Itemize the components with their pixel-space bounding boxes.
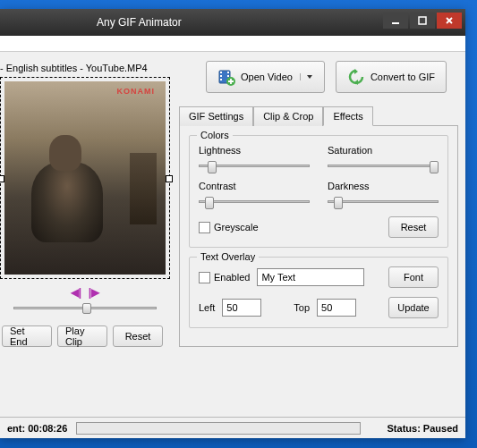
video-preview: KONAMI	[4, 81, 166, 275]
status-text: Status: Paused	[388, 423, 458, 434]
clip-position-slider[interactable]	[13, 300, 157, 317]
status-bar: ent: 00:08:26 Status: Paused	[0, 417, 465, 438]
overlay-text-input[interactable]	[257, 268, 364, 286]
clip-marker-out-icon[interactable]: |▶	[87, 286, 101, 299]
lightness-label: Lightness	[199, 145, 310, 156]
clip-marker-in-icon[interactable]: ◀|	[69, 286, 83, 299]
app-window: Any GIF Animator - English subtitles - Y…	[0, 9, 465, 438]
open-video-button[interactable]: Open Video	[206, 61, 325, 93]
svg-rect-4	[220, 75, 222, 77]
saturation-label: Saturation	[328, 145, 439, 156]
text-overlay-group: Text Overlay Enabled Font Left	[189, 257, 448, 328]
reset-colors-button[interactable]: Reset	[388, 216, 439, 238]
open-video-dropdown-arrow[interactable]	[300, 73, 313, 80]
greyscale-checkbox[interactable]: Greyscale	[199, 222, 259, 233]
svg-rect-5	[220, 79, 222, 80]
play-clip-button[interactable]: Play Clip	[57, 325, 107, 347]
contrast-slider[interactable]	[199, 193, 310, 211]
window-controls	[383, 13, 462, 29]
lightness-slider[interactable]	[199, 157, 310, 175]
darkness-label: Darkness	[328, 181, 439, 191]
open-video-label: Open Video	[241, 72, 293, 82]
set-end-button[interactable]: Set End	[2, 325, 52, 347]
overlay-top-input[interactable]	[317, 299, 356, 317]
tab-gif-settings[interactable]: GIF Settings	[179, 106, 253, 126]
svg-rect-7	[227, 75, 229, 77]
overlay-left-label: Left	[199, 302, 215, 313]
colors-group: Colors Lightness Saturation	[189, 135, 448, 248]
overlay-enabled-checkbox[interactable]: Enabled	[199, 272, 250, 283]
convert-to-gif-button[interactable]: Convert to GIF	[336, 61, 447, 93]
overlay-enabled-label: Enabled	[214, 272, 250, 283]
reset-clip-button[interactable]: Reset	[113, 325, 163, 347]
refresh-icon	[347, 68, 365, 86]
minimize-button[interactable]	[383, 13, 408, 29]
greyscale-label: Greyscale	[214, 222, 259, 232]
menu-bar	[0, 36, 465, 52]
svg-rect-0	[392, 22, 399, 24]
svg-rect-1	[419, 17, 426, 24]
colors-group-title: Colors	[197, 130, 233, 140]
film-add-icon	[217, 68, 235, 86]
saturation-slider[interactable]	[328, 157, 439, 175]
maximize-button[interactable]	[410, 13, 435, 29]
font-button[interactable]: Font	[388, 266, 439, 288]
tab-bar: GIF Settings Clip & Crop Effects	[179, 106, 458, 126]
tab-clip-crop[interactable]: Clip & Crop	[253, 106, 323, 126]
file-name-label: - English subtitles - YouTube.MP4	[0, 61, 170, 77]
text-overlay-group-title: Text Overlay	[197, 251, 259, 262]
status-time: ent: 00:08:26	[7, 423, 67, 434]
tab-effects[interactable]: Effects	[323, 106, 372, 126]
convert-label: Convert to GIF	[371, 72, 435, 82]
effects-panel: Colors Lightness Saturation	[179, 126, 458, 347]
svg-rect-6	[227, 72, 229, 73]
progress-bar	[76, 422, 360, 435]
overlay-left-input[interactable]	[222, 299, 261, 317]
overlay-top-label: Top	[294, 302, 310, 313]
titlebar: Any GIF Animator	[0, 9, 465, 36]
window-title: Any GIF Animator	[97, 16, 182, 29]
contrast-label: Contrast	[199, 181, 310, 191]
svg-rect-3	[220, 72, 222, 73]
update-overlay-button[interactable]: Update	[388, 297, 439, 318]
video-preview-frame[interactable]: KONAMI	[0, 77, 170, 279]
video-watermark: KONAMI	[117, 87, 156, 96]
darkness-slider[interactable]	[328, 193, 439, 211]
close-button[interactable]	[437, 13, 462, 29]
